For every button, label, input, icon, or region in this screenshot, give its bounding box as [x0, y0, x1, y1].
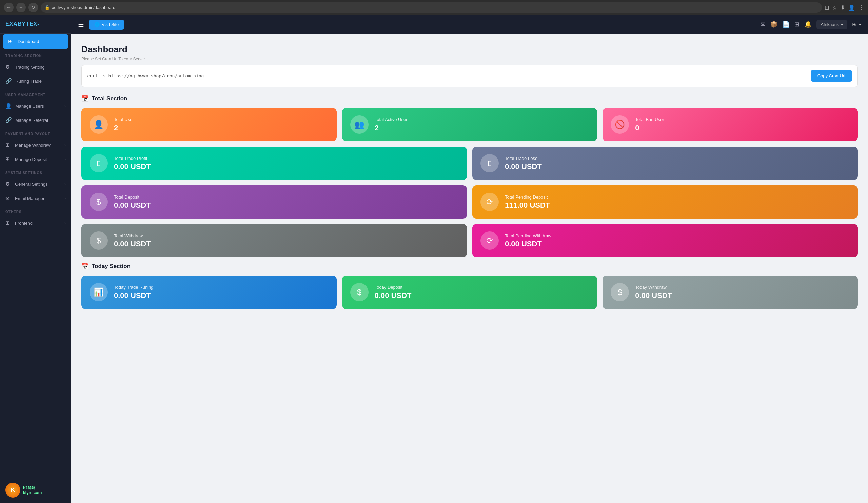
deposit-icon: ⊞	[6, 156, 11, 162]
stat-card-trade-lose: ₿ Total Trade Lose 0.00 USDT	[472, 147, 858, 180]
sidebar-item-manage-withdraw[interactable]: ⊞ Manage Withdraw ›	[0, 138, 71, 152]
sidebar-item-email-manager[interactable]: ✉ Email Manager ›	[0, 191, 71, 205]
today-calendar-icon: 📅	[81, 263, 89, 270]
cron-note: Please Set Cron Url To Your Server	[81, 57, 858, 61]
stat-card-pending-withdraw: ⟳ Total Pending Withdraw 0.00 USDT	[472, 224, 858, 257]
sidebar-item-runing-trade[interactable]: 🔗 Runing Trade	[0, 74, 71, 88]
general-settings-icon: ⚙	[6, 181, 11, 187]
frontend-icon: ⊞	[6, 220, 11, 226]
sidebar-item-manage-referral[interactable]: 🔗 Manage Referral	[0, 113, 71, 127]
language-label: Afrikaans	[820, 22, 839, 27]
stat-card-today-withdraw: $ Today Withdraw 0.00 USDT	[602, 275, 858, 309]
translate-icon[interactable]: ⊡	[825, 4, 829, 11]
user-menu[interactable]: Hi, ▾	[852, 22, 861, 27]
download-icon[interactable]: ⬇	[840, 4, 845, 11]
refresh-button[interactable]: ↻	[29, 3, 38, 12]
browser-actions: ⊡ ☆ ⬇ 👤 ⋮	[825, 4, 864, 11]
hamburger-menu-button[interactable]: ☰	[78, 20, 84, 29]
today-withdraw-icon: $	[611, 283, 629, 301]
bell-icon[interactable]: 🔔	[804, 21, 812, 28]
total-stats-row3: $ Total Deposit 0.00 USDT ⟳ Total Pendin…	[81, 185, 858, 219]
stat-card-total-user: 👤 Total User 2	[81, 108, 337, 141]
stat-card-today-trade: 📊 Today Trade Runing 0.00 USDT	[81, 275, 337, 309]
total-withdraw-value: 0.00 USDT	[114, 240, 151, 249]
sidebar-item-trading-setting[interactable]: ⚙ Trading Setting	[0, 60, 71, 74]
pending-deposit-value: 111.00 USDT	[505, 201, 550, 210]
brand-logo: EXABYTEX-	[0, 15, 71, 33]
sidebar-item-label: Manage Users	[15, 103, 44, 109]
pending-withdraw-label: Total Pending Withdraw	[505, 233, 551, 238]
chevron-right-icon: ›	[64, 221, 66, 225]
trade-lose-label: Total Trade Lose	[505, 156, 542, 161]
trade-profit-label: Total Trade Profit	[114, 156, 151, 161]
stat-card-ban-user: 🚫 Total Ban User 0	[602, 108, 858, 141]
withdraw-icon: ⊞	[6, 142, 11, 148]
active-user-icon: 👥	[350, 115, 369, 134]
language-selector[interactable]: Afrikaans ▾	[816, 20, 847, 29]
trade-icon: 🔗	[6, 78, 12, 84]
total-user-icon: 👤	[90, 115, 108, 134]
visit-site-button[interactable]: 🌐 Visit Site	[89, 20, 124, 30]
url-text: xg.hwym.shop/admin/dashboard	[52, 5, 115, 10]
section-label-trading: TRADING SECTION	[0, 49, 71, 60]
document-icon[interactable]: 📄	[782, 21, 790, 28]
stat-card-pending-deposit: ⟳ Total Pending Deposit 111.00 USDT	[472, 185, 858, 219]
chevron-right-icon: ›	[64, 104, 66, 108]
settings-icon: ⚙	[6, 64, 11, 70]
sidebar-item-label: Manage Withdraw	[15, 142, 51, 148]
trade-profit-value: 0.00 USDT	[114, 162, 151, 171]
section-label-others: OTHERS	[0, 205, 71, 216]
stat-card-total-deposit: $ Total Deposit 0.00 USDT	[81, 185, 467, 219]
globe-icon: 🌐	[94, 22, 100, 27]
section-label-user-mgmt: USER MANAGEMENT	[0, 88, 71, 99]
email-icon: ✉	[6, 195, 11, 201]
sidebar-item-frontend[interactable]: ⊞ Frontend ›	[0, 216, 71, 230]
today-withdraw-value: 0.00 USDT	[635, 291, 672, 300]
sidebar-item-manage-deposit[interactable]: ⊞ Manage Deposit ›	[0, 152, 71, 166]
sidebar-logo: K K1源码 klym.com	[0, 477, 71, 503]
box-icon[interactable]: 📦	[770, 21, 777, 28]
sidebar-item-manage-users[interactable]: 👤 Manage Users ›	[0, 99, 71, 113]
today-deposit-icon: $	[350, 283, 369, 301]
mail-icon[interactable]: ✉	[760, 21, 765, 28]
today-withdraw-label: Today Withdraw	[635, 285, 672, 290]
trade-profit-icon: ₿	[90, 154, 108, 172]
dashboard-icon: ⊞	[8, 38, 14, 44]
url-bar[interactable]: 🔒 xg.hwym.shop/admin/dashboard	[41, 2, 822, 12]
menu-icon[interactable]: ⋮	[858, 4, 864, 11]
forward-button[interactable]: →	[16, 3, 26, 12]
user-chevron-icon: ▾	[859, 22, 861, 27]
today-trade-value: 0.00 USDT	[114, 291, 153, 300]
sidebar-item-label: Manage Deposit	[15, 157, 47, 162]
today-deposit-label: Today Deposit	[375, 285, 412, 290]
today-trade-icon: 📊	[90, 283, 108, 301]
total-withdraw-icon: $	[90, 231, 108, 250]
sidebar-item-label: Dashboard	[18, 39, 39, 44]
sidebar-item-dashboard[interactable]: ⊞ Dashboard	[3, 34, 69, 49]
copy-cron-url-button[interactable]: Copy Cron Url	[811, 70, 852, 82]
total-stats-row4: $ Total Withdraw 0.00 USDT ⟳ Total Pendi…	[81, 224, 858, 257]
stat-card-today-deposit: $ Today Deposit 0.00 USDT	[342, 275, 597, 309]
main-content: Dashboard Please Set Cron Url To Your Se…	[71, 34, 868, 503]
ban-user-label: Total Ban User	[635, 117, 664, 122]
today-trade-label: Today Trade Runing	[114, 285, 153, 290]
topbar: ☰ 🌐 Visit Site ✉ 📦 📄 ⊞ 🔔 Afrikaans ▾ Hi,…	[71, 15, 868, 34]
active-user-value: 2	[375, 123, 407, 132]
total-deposit-label: Total Deposit	[114, 194, 151, 200]
stat-card-trade-profit: ₿ Total Trade Profit 0.00 USDT	[81, 147, 467, 180]
sidebar-item-general-settings[interactable]: ⚙ General Settings ›	[0, 177, 71, 191]
total-stats-row2: ₿ Total Trade Profit 0.00 USDT ₿ Total T…	[81, 147, 858, 180]
total-user-value: 2	[114, 123, 134, 132]
sidebar-item-label: Email Manager	[15, 196, 44, 201]
chevron-right-icon: ›	[64, 182, 66, 186]
logo-text: K1源码 klym.com	[23, 485, 42, 495]
trade-lose-value: 0.00 USDT	[505, 162, 542, 171]
total-user-label: Total User	[114, 117, 134, 122]
grid-icon[interactable]: ⊞	[794, 21, 799, 28]
visit-site-label: Visit Site	[102, 22, 119, 27]
bookmark-icon[interactable]: ☆	[833, 4, 837, 11]
brand-text: EXABYTEX-	[6, 21, 40, 27]
total-deposit-value: 0.00 USDT	[114, 201, 151, 210]
back-button[interactable]: ←	[4, 3, 13, 12]
user-icon[interactable]: 👤	[848, 4, 855, 11]
